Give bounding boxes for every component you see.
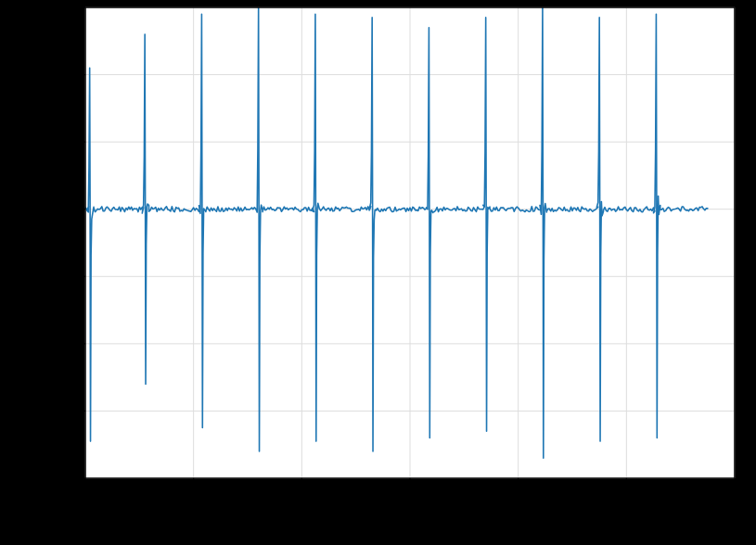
y-tick-label: 400: [46, 65, 76, 84]
y-tick-label: 200: [46, 132, 76, 151]
y-tick-label: 600: [46, 0, 76, 17]
y-tick-label: 0: [66, 199, 76, 219]
y-tick-label: -600: [41, 400, 76, 420]
y-tick-label: -400: [41, 334, 76, 353]
x-tick-label: 4: [297, 487, 307, 506]
y-axis-title: Acceleration (g): [2, 171, 25, 314]
x-tick-label: 12: [724, 487, 744, 506]
x-tick-label: 8: [513, 487, 523, 506]
x-tick-label: 2: [188, 487, 199, 506]
y-tick-label: -200: [41, 266, 76, 285]
chart-svg: 024681012-800-600-400-2000200400600Time …: [0, 0, 756, 545]
x-tick-label: 0: [81, 487, 91, 506]
x-tick-label: 6: [405, 487, 416, 506]
y-tick-label: -800: [41, 468, 76, 488]
acceleration-chart: 024681012-800-600-400-2000200400600Time …: [0, 0, 756, 545]
x-axis-title: Time (s): [373, 511, 447, 534]
x-tick-label: 10: [617, 487, 636, 506]
